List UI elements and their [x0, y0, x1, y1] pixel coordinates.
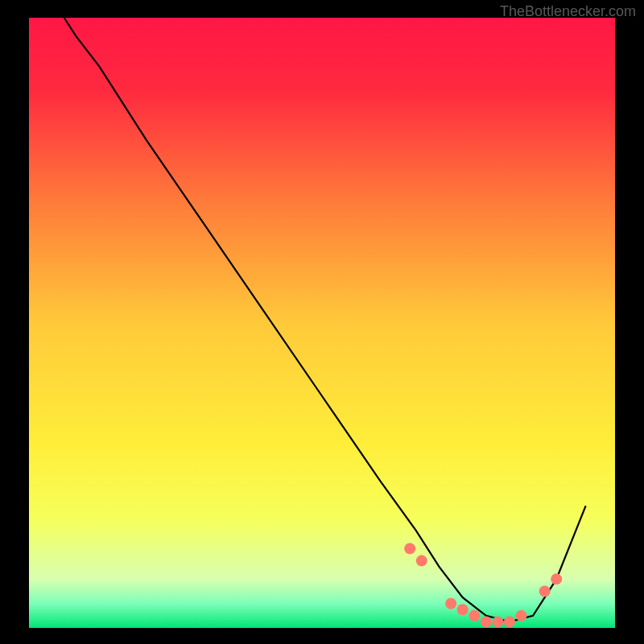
chart-svg	[0, 0, 644, 644]
marker-dot	[492, 616, 503, 627]
chart-container: TheBottlenecker.com	[0, 0, 644, 644]
marker-dot	[539, 586, 551, 597]
marker-dot	[504, 616, 515, 627]
marker-dot	[457, 604, 469, 615]
marker-dot	[481, 616, 492, 627]
marker-dot	[416, 555, 427, 567]
marker-dot	[469, 610, 480, 621]
marker-dot	[516, 610, 527, 621]
marker-dot	[445, 598, 456, 609]
marker-dot	[404, 543, 415, 554]
marker-dot	[551, 573, 562, 584]
plot-background	[29, 18, 615, 628]
